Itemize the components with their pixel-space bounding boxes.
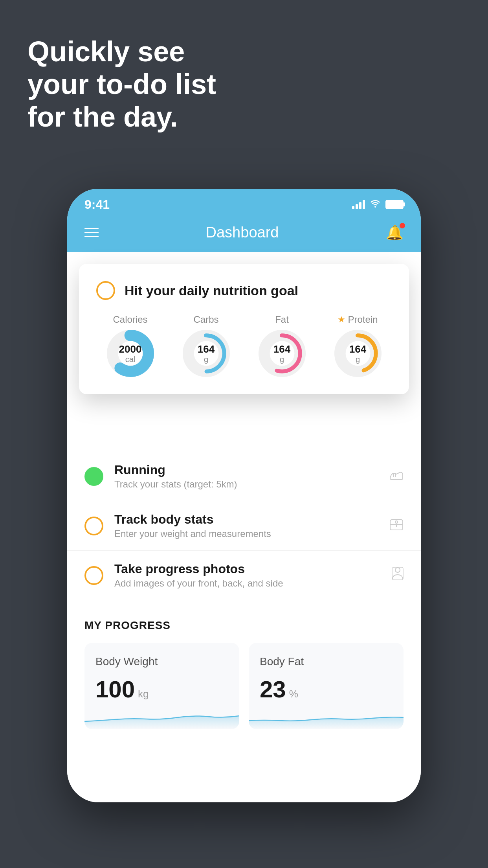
- status-bar: 9:41: [67, 189, 421, 216]
- protein-unit: g: [349, 355, 366, 363]
- body-fat-chart: [249, 706, 404, 729]
- hamburger-line: [84, 236, 99, 237]
- nutrients-row: Calories 2000 cal: [96, 314, 392, 377]
- hamburger-line: [84, 228, 99, 229]
- calories-label: Calories: [113, 314, 147, 325]
- headline: Quickly see your to-do list for the day.: [28, 35, 216, 133]
- svg-point-12: [395, 568, 400, 572]
- app-header: Dashboard 🔔: [67, 216, 421, 252]
- svg-rect-13: [392, 567, 403, 580]
- progress-section: MY PROGRESS Body Weight 100 kg: [67, 600, 421, 743]
- nutrient-protein: ★ Protein 164 g: [334, 314, 382, 377]
- running-subtitle: Track your stats (target: 5km): [114, 479, 378, 490]
- status-icons: [352, 199, 404, 210]
- svg-point-11: [395, 521, 398, 523]
- card-header-row: Hit your daily nutrition goal: [96, 281, 392, 300]
- body-weight-unit: kg: [138, 688, 149, 700]
- calories-unit: cal: [119, 355, 142, 363]
- carbs-unit: g: [198, 355, 215, 363]
- hamburger-line: [84, 232, 99, 233]
- status-time: 9:41: [84, 197, 110, 212]
- carbs-donut: 164 g: [183, 330, 230, 377]
- photos-subtitle: Add images of your front, back, and side: [114, 578, 381, 589]
- phone-screen: 9:41: [67, 189, 421, 802]
- protein-label: Protein: [348, 314, 378, 325]
- star-icon: ★: [338, 314, 345, 325]
- fat-unit: g: [273, 355, 290, 363]
- headline-line2: your to-do list: [28, 68, 216, 101]
- scale-icon: [389, 518, 404, 534]
- photos-checkbox[interactable]: [84, 566, 103, 585]
- shoe-icon: [389, 468, 404, 485]
- protein-value: 164: [349, 344, 366, 355]
- photos-title: Take progress photos: [114, 562, 381, 576]
- running-title: Running: [114, 463, 378, 477]
- todo-item-photos[interactable]: Take progress photos Add images of your …: [67, 551, 421, 600]
- body-stats-subtitle: Enter your weight and measurements: [114, 528, 378, 539]
- headline-line1: Quickly see: [28, 35, 216, 68]
- nutrition-card: Hit your daily nutrition goal Calories: [79, 264, 409, 394]
- menu-button[interactable]: [84, 228, 99, 237]
- calories-value: 2000: [119, 344, 142, 355]
- todo-item-body-stats[interactable]: Track body stats Enter your weight and m…: [67, 501, 421, 551]
- fat-donut: 164 g: [259, 330, 306, 377]
- body-weight-card: Body Weight 100 kg: [84, 643, 239, 729]
- body-weight-value: 100: [95, 676, 135, 703]
- body-fat-title: Body Fat: [260, 655, 393, 668]
- nutrient-carbs: Carbs 164 g: [183, 314, 230, 377]
- todo-item-running[interactable]: Running Track your stats (target: 5km): [67, 452, 421, 501]
- body-stats-text: Track body stats Enter your weight and m…: [114, 512, 378, 539]
- header-title: Dashboard: [206, 224, 279, 241]
- wifi-icon: [370, 199, 381, 210]
- phone-mockup: 9:41: [67, 189, 421, 802]
- carbs-label: Carbs: [193, 314, 218, 325]
- content-area: THINGS TO DO TODAY Hit your daily nutrit…: [67, 252, 421, 802]
- nutrition-checkbox[interactable]: [96, 281, 115, 300]
- body-fat-value: 23: [260, 676, 286, 703]
- body-fat-value-row: 23 %: [260, 676, 393, 703]
- body-fat-unit: %: [289, 688, 298, 700]
- carbs-value: 164: [198, 344, 215, 355]
- calories-donut: 2000 cal: [107, 330, 154, 377]
- progress-cards: Body Weight 100 kg: [84, 643, 404, 729]
- fat-label: Fat: [275, 314, 289, 325]
- photos-text: Take progress photos Add images of your …: [114, 562, 381, 589]
- headline-line3: for the day.: [28, 101, 216, 133]
- body-weight-chart: [84, 706, 239, 729]
- body-weight-value-row: 100 kg: [95, 676, 228, 703]
- protein-donut: 164 g: [334, 330, 382, 377]
- person-icon: [392, 567, 404, 584]
- body-stats-title: Track body stats: [114, 512, 378, 527]
- progress-section-title: MY PROGRESS: [84, 619, 404, 632]
- running-checkbox[interactable]: [84, 467, 103, 486]
- fat-value: 164: [273, 344, 290, 355]
- body-stats-checkbox[interactable]: [84, 517, 103, 535]
- nutrition-title: Hit your daily nutrition goal: [125, 283, 298, 298]
- body-weight-title: Body Weight: [95, 655, 228, 668]
- running-text: Running Track your stats (target: 5km): [114, 463, 378, 490]
- battery-icon: [385, 200, 404, 209]
- notification-bell-button[interactable]: 🔔: [386, 224, 404, 241]
- body-fat-card: Body Fat 23 %: [249, 643, 404, 729]
- notification-dot: [400, 223, 405, 228]
- signal-icon: [352, 200, 365, 209]
- nutrient-calories: Calories 2000 cal: [107, 314, 154, 377]
- nutrient-fat: Fat 164 g: [259, 314, 306, 377]
